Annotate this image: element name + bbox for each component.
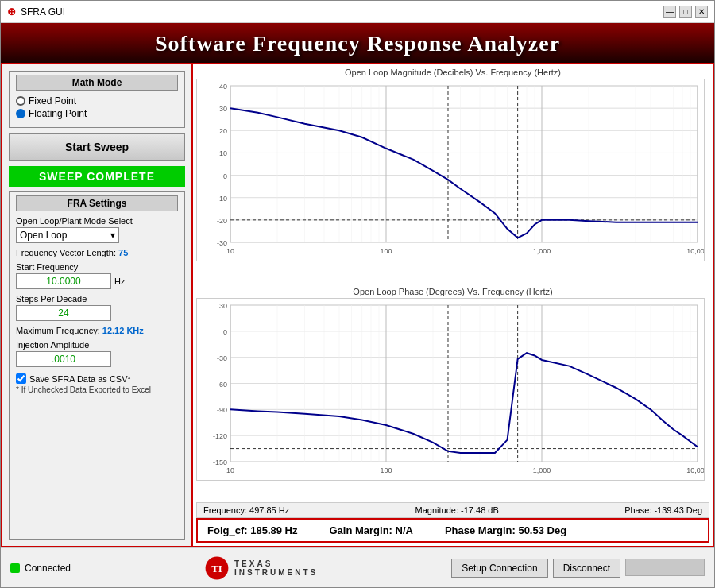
gain-margin-value: N/A	[396, 524, 413, 536]
svg-text:20: 20	[219, 127, 227, 135]
header-banner: Software Frequency Response Analyzer	[1, 23, 714, 63]
title-bar-left: ⊕ SFRA GUI	[7, 6, 65, 17]
start-freq-row: Hz	[16, 273, 178, 289]
ti-logo: TI TEXAS INSTRUMENTS	[204, 555, 318, 581]
phase-chart: 300-30-60-90-120-150101001,00010,000	[196, 298, 705, 481]
injection-input[interactable]	[16, 351, 111, 367]
close-button[interactable]: ✕	[695, 6, 708, 18]
svg-text:TI: TI	[211, 563, 222, 574]
footer-right: Setup Connection Disconnect	[451, 559, 705, 578]
app-icon: ⊕	[7, 6, 16, 17]
magnitude-value: -17.48 dB	[461, 505, 499, 515]
chevron-down-icon: ▾	[110, 230, 115, 241]
mode-value: Open Loop	[20, 230, 67, 241]
save-csv-label: Save SFRA Data as CSV*	[29, 374, 131, 384]
disconnect-button[interactable]: Disconnect	[553, 559, 620, 578]
svg-text:-20: -20	[217, 217, 227, 225]
save-note: * If Unchecked Data Exported to Excel	[16, 385, 178, 394]
svg-text:10: 10	[226, 247, 234, 255]
svg-text:40: 40	[219, 83, 227, 91]
maximize-button[interactable]: □	[679, 6, 692, 18]
right-panel: Open Loop Magnitude (Decibels) Vs. Frequ…	[193, 64, 713, 546]
window-title: SFRA GUI	[21, 6, 65, 17]
svg-text:10: 10	[219, 149, 227, 157]
mode-label: Open Loop/Plant Mode Select	[16, 216, 178, 226]
start-freq-label: Start Frequency	[16, 262, 178, 272]
ti-emblem-icon: TI	[204, 555, 230, 581]
magnitude-chart-title: Open Loop Magnitude (Decibels) Vs. Frequ…	[196, 68, 709, 77]
save-csv-checkbox[interactable]	[16, 373, 26, 384]
floating-point-label: Floating Point	[29, 108, 87, 119]
magnitude-chart: 403020100-10-20-30101001,00010,000	[196, 79, 705, 261]
phase-status: Phase: -139.43 Deg	[624, 505, 702, 515]
svg-text:-30: -30	[217, 354, 227, 362]
steps-label: Steps Per Decade	[16, 294, 178, 304]
magnitude-status: Magnitude: -17.48 dB	[415, 505, 499, 515]
svg-text:-30: -30	[217, 239, 227, 247]
fixed-point-radio[interactable]	[16, 96, 25, 106]
injection-label: Injection Amplitude	[16, 340, 178, 350]
freq-vector-label: Frequency Vector Length: 75	[16, 248, 178, 257]
main-window: ⊕ SFRA GUI — □ ✕ Software Frequency Resp…	[0, 0, 715, 588]
ti-text: TEXAS INSTRUMENTS	[234, 559, 318, 577]
mode-dropdown[interactable]: Open Loop ▾	[16, 227, 119, 243]
svg-text:30: 30	[219, 302, 227, 310]
math-mode-title: Math Mode	[16, 75, 178, 91]
svg-text:-10: -10	[217, 195, 227, 203]
fra-settings-box: FRA Settings Open Loop/Plant Mode Select…	[9, 191, 185, 540]
start-freq-unit: Hz	[114, 277, 125, 286]
svg-text:1,000: 1,000	[533, 247, 551, 255]
main-content: Math Mode Fixed Point Floating Point Sta…	[1, 63, 714, 547]
fra-settings-title: FRA Settings	[16, 195, 178, 211]
minimize-button[interactable]: —	[663, 6, 676, 18]
ti-logo-top: TI TEXAS INSTRUMENTS	[204, 555, 318, 581]
connected-label: Connected	[25, 563, 71, 574]
footer: Connected TI TEXAS INSTRUMENTS Setup Con…	[1, 547, 714, 587]
phase-chart-title: Open Loop Phase (Degrees) Vs. Frequency …	[196, 287, 709, 296]
svg-text:10: 10	[226, 466, 234, 474]
folg-cf-value: 185.89 Hz	[250, 524, 297, 536]
svg-text:10,000: 10,000	[686, 466, 705, 474]
phase-margin: Phase Margin: 50.53 Deg	[445, 524, 566, 536]
left-panel: Math Mode Fixed Point Floating Point Sta…	[2, 64, 193, 546]
title-bar: ⊕ SFRA GUI — □ ✕	[1, 1, 714, 23]
save-csv-row[interactable]: Save SFRA Data as CSV*	[16, 373, 178, 384]
frequency-status: Frequency: 497.85 Hz	[203, 505, 289, 515]
max-freq-value: 12.12 KHz	[102, 326, 144, 335]
setup-connection-button[interactable]: Setup Connection	[451, 559, 547, 578]
floating-point-radio[interactable]	[16, 109, 25, 118]
fixed-point-option[interactable]: Fixed Point	[16, 95, 178, 106]
svg-text:0: 0	[223, 172, 227, 180]
gain-margin: Gain Margin: N/A	[329, 524, 412, 536]
start-sweep-button[interactable]: Start Sweep	[9, 133, 185, 161]
charts-area: Open Loop Magnitude (Decibels) Vs. Frequ…	[196, 68, 709, 502]
phase-margin-value: 50.53 Deg	[518, 524, 566, 536]
floating-point-option[interactable]: Floating Point	[16, 108, 178, 119]
svg-text:-90: -90	[217, 406, 227, 414]
phase-chart-container: Open Loop Phase (Degrees) Vs. Frequency …	[196, 287, 709, 503]
svg-rect-0	[230, 86, 698, 242]
svg-text:-150: -150	[213, 458, 227, 466]
freq-vector-value: 75	[118, 248, 128, 257]
svg-text:0: 0	[223, 327, 227, 335]
svg-text:-60: -60	[217, 380, 227, 388]
svg-text:30: 30	[219, 105, 227, 113]
mode-dropdown-row: Open Loop ▾	[16, 227, 178, 243]
svg-text:100: 100	[380, 466, 392, 474]
svg-text:1,000: 1,000	[533, 466, 551, 474]
steps-input[interactable]	[16, 305, 111, 321]
math-mode-box: Math Mode Fixed Point Floating Point	[9, 71, 185, 128]
title-bar-controls: — □ ✕	[663, 6, 708, 18]
footer-left: Connected	[10, 563, 71, 574]
svg-text:10,000: 10,000	[686, 247, 705, 255]
status-bar: Frequency: 497.85 Hz Magnitude: -17.48 d…	[196, 502, 709, 518]
svg-text:100: 100	[380, 247, 392, 255]
app-title: Software Frequency Response Analyzer	[155, 31, 560, 56]
sweep-complete-badge: SWEEP COMPLETE	[9, 166, 185, 187]
folg-cf: Folg_cf: 185.89 Hz	[207, 524, 297, 536]
phase-value: -139.43 Deg	[654, 505, 702, 515]
metrics-bar: Folg_cf: 185.89 Hz Gain Margin: N/A Phas…	[196, 518, 709, 543]
magnitude-chart-container: Open Loop Magnitude (Decibels) Vs. Frequ…	[196, 68, 709, 284]
start-freq-input[interactable]	[16, 273, 111, 289]
fixed-point-label: Fixed Point	[29, 95, 76, 106]
